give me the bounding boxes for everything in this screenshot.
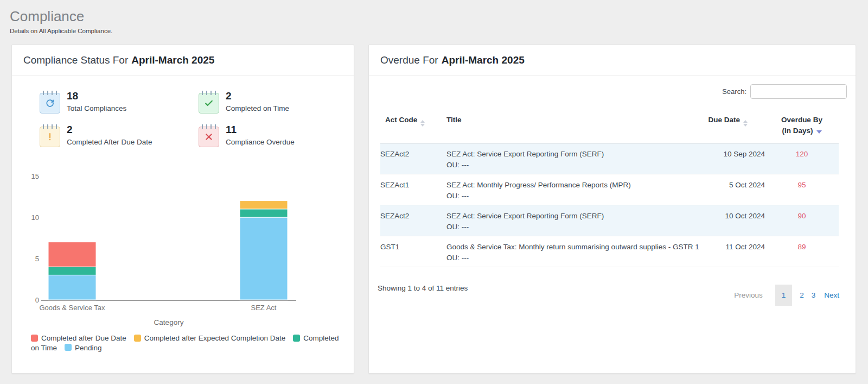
bar-completed-after-due-date-goods-service-tax [48, 242, 96, 267]
calendar-sync-icon [40, 93, 60, 114]
calendar-x-icon [203, 131, 214, 142]
stat-text: 11Compliance Overdue [226, 124, 295, 147]
column-label-line2: (in Days) [782, 127, 813, 135]
column-header-act-code[interactable]: Act Code [380, 109, 446, 143]
compliance-title: SEZ Act: Monthly Progress/ Performance R… [446, 181, 676, 189]
stat-label: Total Compliances [67, 104, 126, 112]
due-date-cell: 10 Sep 2024 [676, 143, 765, 174]
calendar-binding-ticks [43, 91, 57, 95]
stat-completed-on-time: 2Completed on Time [199, 91, 295, 114]
legend-label: Pending [75, 344, 102, 352]
calendar-binding-ticks [202, 124, 216, 129]
compliance-title: Goods & Service Tax: Monthly return summ… [446, 243, 676, 251]
bar-completed-on-time-sez-act [240, 209, 288, 217]
bar-completed-on-time-goods-service-tax [48, 267, 96, 275]
stat-text: 2Completed After Due Date [67, 124, 152, 147]
table-row: SEZAct2SEZ Act: Service Export Reporting… [380, 205, 839, 236]
stat-value: 2 [226, 91, 289, 102]
compliance-page: Compliance Details on All Applicable Com… [0, 0, 868, 384]
table-row: SEZAct2SEZ Act: Service Export Reporting… [380, 143, 839, 174]
stat-label: Compliance Overdue [226, 138, 295, 146]
status-card-header: Compliance Status For April-March 2025 [12, 45, 354, 75]
sort-icon [743, 120, 748, 127]
calendar-x-icon [199, 127, 219, 147]
stat-text: 18Total Compliances [67, 91, 126, 114]
column-label: Due Date [708, 116, 740, 124]
calendar-exclamation-icon [40, 127, 60, 147]
page-title: Compliance [10, 8, 84, 25]
page-subtitle: Details on All Applicable Compliance. [10, 28, 112, 34]
table-row: GST1Goods & Service Tax: Monthly return … [380, 236, 839, 267]
bar-completed-after-expected-completion-date-sez-act [240, 201, 288, 209]
stats-grid: 18Total Compliances2Completed on Time2Co… [40, 91, 295, 147]
ou-text: OU: --- [446, 192, 676, 200]
x-axis-category-label: Goods & Service Tax [39, 304, 105, 312]
y-axis-tick: 15 [31, 172, 39, 180]
due-date-cell: 5 Oct 2024 [676, 174, 765, 205]
stat-compliance-overdue: 11Compliance Overdue [199, 124, 295, 147]
overdue-card-header: Overdue For April-March 2025 [369, 45, 856, 75]
bar-pending-goods-service-tax [48, 275, 96, 300]
page-button-2[interactable]: 2 [800, 291, 804, 299]
table-row: SEZAct1SEZ Act: Monthly Progress/ Perfor… [380, 174, 839, 205]
search-input[interactable] [750, 84, 847, 99]
column-header-title: Title [446, 109, 676, 143]
overdue-table: Act CodeTitleDue DateOverdue By(in Days)… [380, 109, 839, 267]
calendar-binding-ticks [43, 124, 57, 129]
overdue-card-title: Overdue For [380, 54, 438, 66]
compliance-title: SEZ Act: Service Export Reporting Form (… [446, 150, 676, 158]
title-cell: SEZ Act: Service Export Reporting Form (… [446, 205, 676, 236]
search-label: Search: [722, 87, 746, 96]
legend-label: Completed after Expected Completion Date [144, 334, 285, 342]
overdue-card-period: April-March 2025 [442, 54, 525, 66]
column-label: Act Code [385, 116, 417, 124]
y-axis-tick: 10 [31, 213, 39, 222]
column-label: Title [446, 116, 462, 124]
overdue-days-cell: 120 [765, 143, 839, 174]
page-button-3[interactable]: 3 [812, 291, 816, 299]
status-card-title: Compliance Status For [23, 54, 128, 66]
legend-swatch [134, 335, 141, 342]
table-header: Act CodeTitleDue DateOverdue By(in Days) [380, 109, 839, 143]
x-axis-title: Category [154, 318, 184, 326]
stat-value: 18 [67, 91, 126, 102]
overdue-days-cell: 95 [765, 174, 839, 205]
act-code-cell: SEZAct2 [380, 143, 446, 174]
y-axis-tick: 0 [35, 296, 39, 304]
act-code-cell: GST1 [380, 236, 446, 267]
title-cell: Goods & Service Tax: Monthly return summ… [446, 236, 676, 267]
title-cell: SEZ Act: Service Export Reporting Form (… [446, 143, 676, 174]
overdue-card: Overdue For April-March 2025 Search: Act… [368, 45, 856, 374]
stat-total-compliances: 18Total Compliances [40, 91, 199, 114]
overdue-days-cell: 89 [765, 236, 839, 267]
legend-item-pending[interactable]: Pending [65, 344, 102, 352]
sort-desc-icon [816, 130, 822, 134]
x-axis-category-label: SEZ Act [251, 304, 277, 312]
legend-swatch [31, 335, 38, 342]
act-code-cell: SEZAct1 [380, 174, 446, 205]
overdue-days-cell: 90 [765, 205, 839, 236]
ou-text: OU: --- [446, 161, 676, 169]
page-button-1[interactable]: 1 [775, 285, 793, 306]
chart-legend: Completed after Due DateCompleted after … [31, 333, 349, 352]
sort-icon [420, 120, 425, 127]
stat-value: 2 [67, 124, 152, 135]
pagination: Previous123Next [734, 285, 839, 306]
legend-item-completed-after-due-date[interactable]: Completed after Due Date [31, 334, 126, 342]
calendar-check-icon [199, 93, 219, 114]
stat-label: Completed on Time [226, 104, 289, 112]
legend-item-completed-after-expected-completion-date[interactable]: Completed after Expected Completion Date [134, 334, 285, 342]
due-date-cell: 11 Oct 2024 [676, 236, 765, 267]
legend-label: Completed after Due Date [41, 334, 126, 342]
stat-label: Completed After Due Date [67, 138, 152, 146]
calendar-check-icon [203, 98, 214, 109]
previous-button[interactable]: Previous [734, 291, 763, 299]
compliance-status-card: Compliance Status For April-March 2025 1… [11, 45, 354, 374]
next-button[interactable]: Next [824, 291, 839, 299]
column-header-overdue-by[interactable]: Overdue By(in Days) [765, 109, 839, 143]
column-header-due-date[interactable]: Due Date [676, 109, 765, 143]
calendar-exclamation-icon [44, 131, 55, 142]
calendar-sync-icon [44, 98, 55, 109]
compliance-status-chart: 051015Goods & Service TaxSEZ ActCategory [23, 167, 327, 330]
status-card-period: April-March 2025 [131, 54, 214, 66]
